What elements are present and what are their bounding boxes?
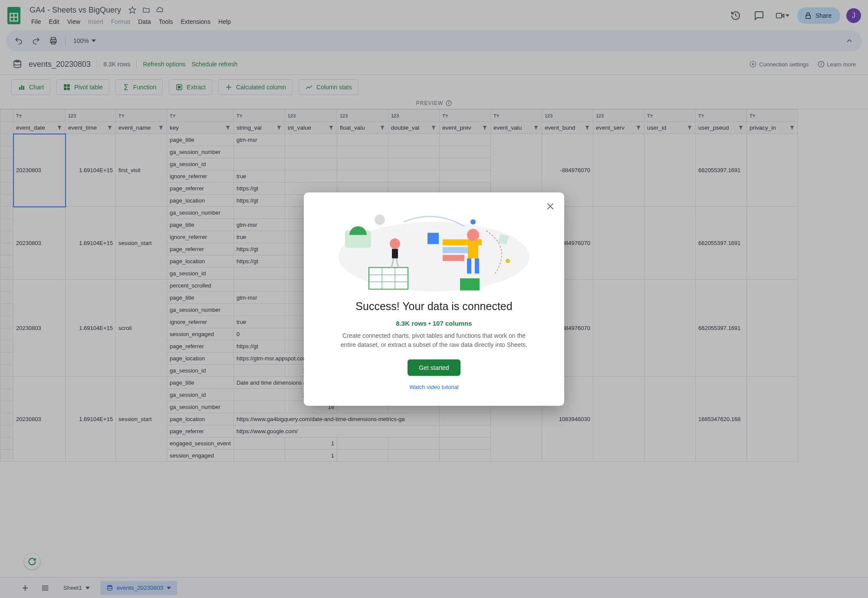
svg-point-59: [467, 229, 479, 241]
modal-description: Create connected charts, pivot tables an…: [339, 331, 529, 350]
svg-rect-45: [369, 267, 408, 289]
success-modal: Success! Your data is connected 8.3K row…: [304, 192, 564, 405]
svg-rect-62: [475, 258, 479, 273]
svg-point-43: [375, 214, 385, 225]
svg-point-50: [390, 238, 400, 248]
svg-point-65: [506, 258, 510, 263]
svg-rect-51: [392, 248, 398, 258]
svg-point-55: [470, 219, 476, 224]
get-started-button[interactable]: Get started: [408, 359, 460, 376]
modal-illustration: [330, 204, 538, 295]
watch-tutorial-link[interactable]: Watch video tutorial: [409, 384, 459, 390]
svg-rect-58: [443, 255, 464, 261]
modal-close-button[interactable]: [542, 198, 558, 214]
modal-title: Success! Your data is connected: [355, 300, 512, 312]
svg-rect-61: [467, 258, 471, 273]
svg-rect-54: [427, 232, 439, 244]
svg-rect-60: [468, 241, 478, 258]
modal-subtitle: 8.3K rows • 107 columns: [396, 319, 472, 327]
svg-rect-63: [460, 278, 480, 290]
